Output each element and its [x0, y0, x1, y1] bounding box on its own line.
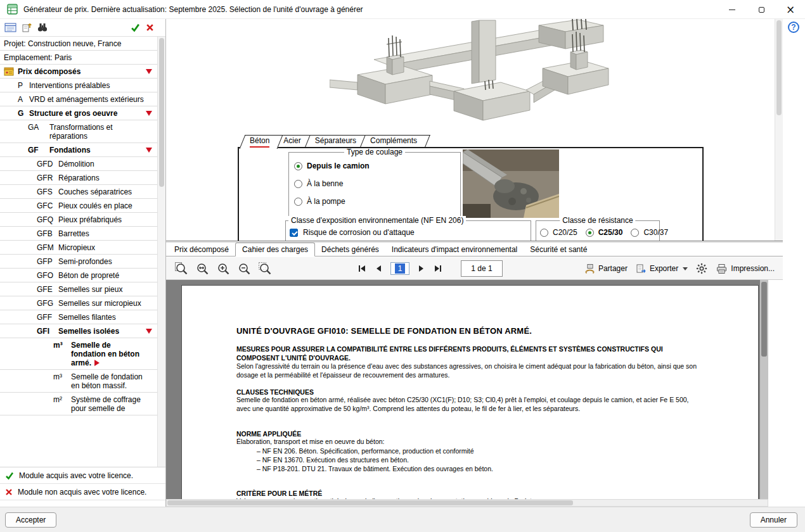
- tree-item-code: A: [18, 95, 23, 104]
- doc-list-item: – NF EN 206. Béton. Spécification, perfo…: [236, 446, 704, 455]
- zoom-fit-page-button[interactable]: [174, 261, 189, 276]
- tab-complements[interactable]: Compléments: [363, 135, 428, 147]
- resistance-option-c30-37[interactable]: C30/37: [631, 228, 668, 237]
- maximize-button[interactable]: [747, 0, 776, 19]
- tree-item-code: GFF: [37, 313, 52, 322]
- expanded-arrow-icon: [146, 148, 152, 153]
- page-number-input[interactable]: 1: [390, 262, 409, 275]
- previous-page-button[interactable]: [373, 263, 385, 274]
- print-preview-button[interactable]: [4, 22, 17, 33]
- options-panel-scrollbar-thumb[interactable]: [776, 20, 782, 115]
- document-horizontal-scrollbar[interactable]: [166, 499, 768, 507]
- maximize-icon: [759, 7, 764, 13]
- pour-type-option-depuis-le-camion[interactable]: Depuis le camion: [294, 162, 370, 170]
- tree-item[interactable]: GFISemelles isolées: [0, 324, 157, 338]
- foundation-3d-image: [330, 19, 621, 134]
- tree-item-code: m²: [53, 395, 62, 404]
- doc-tab-cahier-des-charges[interactable]: Cahier des charges: [235, 243, 315, 256]
- document-horizontal-scrollbar-thumb[interactable]: [167, 500, 573, 505]
- doc-list-item: – NF EN 13670. Exécution des structures …: [236, 455, 704, 464]
- exposure-class-title: Classe d'exposition environnementale (NF…: [288, 216, 466, 225]
- options-panel-area: BétonAcierSéparateursCompléments Type de…: [166, 19, 783, 241]
- tab-separateurs[interactable]: Séparateurs: [307, 135, 367, 147]
- zoom-fit-width-button[interactable]: [195, 261, 210, 276]
- tree-item[interactable]: GFDDémolition: [0, 157, 157, 171]
- printer-icon: [716, 263, 728, 274]
- cancel-button[interactable]: Annuler: [750, 512, 797, 528]
- horizontal-splitter[interactable]: [166, 241, 783, 243]
- settings-button[interactable]: [694, 263, 709, 274]
- tree-item[interactable]: GFMMicropieux: [0, 241, 157, 255]
- tree-item-label: Interventions préalables: [29, 81, 155, 90]
- tree-item[interactable]: GFSCouches séparatrices: [0, 185, 157, 199]
- resistance-option-c25-30[interactable]: C25/30: [586, 228, 623, 237]
- tree-item[interactable]: GFESemelles sur pieux: [0, 282, 157, 296]
- tree-item[interactable]: GFFondations: [0, 143, 157, 157]
- tree-item[interactable]: GFQPieux préfabriqués: [0, 213, 157, 227]
- sidebar-scrollbar-thumb[interactable]: [159, 38, 164, 187]
- first-page-button[interactable]: [356, 263, 368, 274]
- tree-item-label: Pieux préfabriqués: [58, 215, 155, 224]
- zoom-selection-button[interactable]: [257, 261, 273, 276]
- licensed-filter-button[interactable]: [131, 23, 140, 32]
- tree-item[interactable]: GFFSemelles filantes: [0, 310, 157, 324]
- check-icon: [131, 23, 140, 32]
- tree-item-code: GFI: [37, 327, 49, 336]
- pour-type-option-a-la-pompe[interactable]: À la pompe: [294, 197, 370, 206]
- export-button[interactable]: Exporter: [634, 263, 690, 274]
- tree-item-label: Semelles sur pieux: [58, 285, 155, 294]
- print-button[interactable]: Impression...: [714, 263, 776, 274]
- tree-item-label: Fondations: [49, 146, 155, 155]
- tree-item[interactable]: Prix décomposés: [0, 65, 157, 79]
- tree-item[interactable]: GFBBarrettes: [0, 227, 157, 241]
- document-vertical-scrollbar-thumb[interactable]: [761, 282, 767, 357]
- options-tabs: BétonAcierSéparateursCompléments: [242, 135, 423, 147]
- close-button[interactable]: ×: [776, 0, 805, 19]
- tree-item[interactable]: m³Semelle de fondation en béton massif.: [0, 370, 157, 393]
- tab-label: Béton: [250, 135, 269, 148]
- tree-item[interactable]: GFOBéton de propreté: [0, 269, 157, 282]
- pour-type-option-a-la-benne[interactable]: À la benne: [294, 179, 370, 188]
- doc-tab-indicateurs-d-impact-environnemental[interactable]: Indicateurs d'impact environnemental: [385, 243, 524, 256]
- accept-button[interactable]: Accepter: [5, 512, 56, 528]
- tree-item[interactable]: AVRD et aménagements extérieurs: [0, 92, 157, 106]
- tree-item[interactable]: m³Semelle de fondation en béton armé.: [0, 338, 157, 370]
- tree-item[interactable]: GStructure et gros oeuvre: [0, 106, 157, 120]
- zoom-out-button[interactable]: [236, 261, 252, 276]
- radio-icon: [294, 198, 302, 206]
- share-button[interactable]: Partager: [583, 263, 629, 274]
- tree-item-label: Transformations et réparations: [49, 123, 155, 141]
- tree-item[interactable]: GFCPieux coulés en place: [0, 199, 157, 213]
- options-panel-scrollbar[interactable]: [775, 19, 783, 241]
- corrosion-risk-label: Risque de corrosion ou d'attaque: [303, 228, 415, 237]
- tree-item[interactable]: GFGSemelles sur micropieux: [0, 296, 157, 310]
- export-tree-button[interactable]: [22, 22, 32, 33]
- search-button[interactable]: [37, 22, 48, 32]
- doc-tab-prix-decompose[interactable]: Prix décomposé: [168, 243, 235, 256]
- next-page-button[interactable]: [415, 263, 427, 274]
- tree-item[interactable]: GFPSemi-profondes: [0, 255, 157, 269]
- prices-icon: [4, 66, 14, 77]
- unlicensed-filter-button[interactable]: [146, 23, 154, 32]
- radio-option-label: C30/37: [643, 228, 668, 237]
- help-button[interactable]: ?: [788, 22, 799, 33]
- tab-beton[interactable]: Béton: [242, 135, 280, 147]
- sidebar-scrollbar[interactable]: [157, 37, 165, 467]
- tree-item[interactable]: m²Système de coffrage pour semelle de: [0, 393, 157, 415]
- tree-item-label: Semi-profondes: [58, 257, 155, 266]
- zoom-in-button[interactable]: [216, 261, 231, 276]
- doc-tab-dechets-generes[interactable]: Déchets générés: [315, 243, 385, 256]
- doc-tab-securite-et-sante[interactable]: Sécurité et santé: [524, 243, 593, 256]
- corrosion-risk-checkbox[interactable]: [290, 229, 298, 237]
- tree-item[interactable]: GATransformations et réparations: [0, 120, 157, 143]
- resistance-option-c20-25[interactable]: C20/25: [540, 228, 577, 237]
- tree-item[interactable]: PInterventions préalables: [0, 79, 157, 92]
- document-vertical-scrollbar[interactable]: [760, 280, 768, 499]
- last-page-button[interactable]: [432, 263, 444, 274]
- pour-type-groupbox: Type de coulage Depuis le camionÀ la ben…: [288, 152, 461, 218]
- tree-item-label: Semelle de fondation en béton armé.: [71, 341, 155, 367]
- resistance-options: C20/25C25/30C30/37: [540, 228, 668, 237]
- tree-item[interactable]: GFRRéparations: [0, 171, 157, 185]
- document-page: UNITÉ D'OUVRAGE GFI010: SEMELLE DE FONDA…: [181, 285, 759, 499]
- minimize-button[interactable]: [718, 0, 747, 19]
